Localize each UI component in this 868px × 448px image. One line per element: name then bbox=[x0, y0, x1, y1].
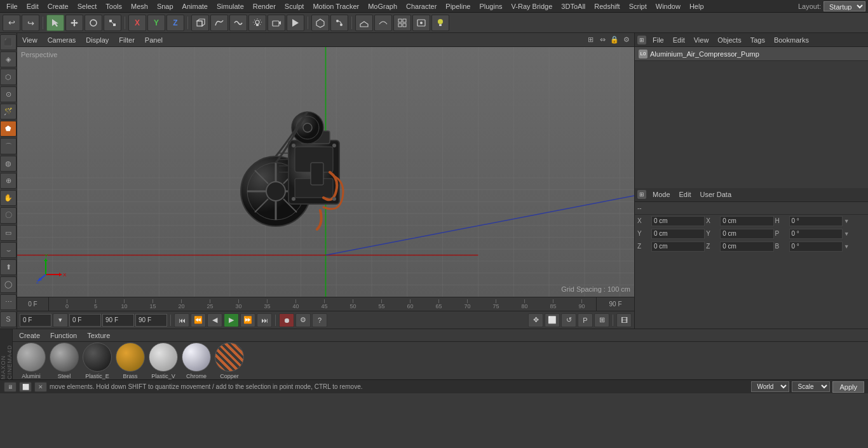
vp-icon-settings[interactable]: ⚙ bbox=[621, 35, 632, 45]
vp-cameras[interactable]: Cameras bbox=[45, 35, 79, 45]
coord-z2-field[interactable]: 0 cm bbox=[720, 241, 773, 252]
goto-start-button[interactable]: ⏮ bbox=[174, 313, 189, 327]
menu-help[interactable]: Help bbox=[686, 1, 708, 11]
tool-point[interactable]: ⊙ bbox=[0, 86, 17, 102]
vp-view[interactable]: View bbox=[20, 35, 40, 45]
tool-grab[interactable]: ✋ bbox=[0, 190, 17, 206]
material-chrome[interactable]: Chrome bbox=[182, 343, 211, 379]
vp-icon-arrows[interactable]: ⇔ bbox=[597, 35, 607, 45]
tool-stitch[interactable]: ⋯ bbox=[0, 294, 17, 310]
material-plastic-e[interactable]: Plastic_E bbox=[83, 343, 112, 379]
pb-grid-tool[interactable]: ⊞ bbox=[594, 313, 609, 327]
axis-x-button[interactable]: X bbox=[128, 15, 146, 31]
coord-b-field[interactable]: 0 ° bbox=[789, 241, 843, 252]
coord-y1-field[interactable]: 0 cm bbox=[651, 229, 705, 239]
current-frame-field[interactable]: 0 F bbox=[69, 314, 101, 327]
menu-3dtoall[interactable]: 3DToAll bbox=[557, 1, 589, 11]
playback-frame-down[interactable]: ▾ bbox=[53, 313, 68, 327]
coord-z1-field[interactable]: 0 cm bbox=[651, 241, 705, 252]
material-steel[interactable]: Steel bbox=[50, 343, 79, 379]
3d-viewport[interactable]: Perspective Grid Spacing : 100 cm X Y Z bbox=[17, 47, 634, 297]
scale-dropdown[interactable]: Scale bbox=[792, 381, 830, 392]
menu-sculpt[interactable]: Sculpt bbox=[281, 1, 308, 11]
menu-pipeline[interactable]: Pipeline bbox=[442, 1, 474, 11]
vp-display[interactable]: Display bbox=[83, 35, 111, 45]
menu-create[interactable]: Create bbox=[44, 1, 72, 11]
world-dropdown[interactable]: World bbox=[751, 381, 789, 392]
camera-button[interactable] bbox=[268, 15, 285, 31]
material-copper[interactable]: Copper bbox=[215, 343, 244, 379]
om-tags-menu[interactable]: Tags bbox=[748, 35, 768, 45]
om-objects-menu[interactable]: Objects bbox=[715, 35, 743, 45]
apply-button[interactable]: Apply bbox=[832, 381, 864, 393]
start-frame-field[interactable]: 0 F bbox=[20, 314, 51, 327]
menu-file[interactable]: File bbox=[3, 1, 22, 11]
material-plastic-v[interactable]: Plastic_V bbox=[149, 343, 178, 379]
object-list-row[interactable]: L0 Aluminium_Air_Compressor_Pump bbox=[635, 47, 868, 61]
pb-film-strip[interactable]: 🎞 bbox=[616, 313, 632, 327]
cube-button[interactable] bbox=[191, 15, 209, 31]
attr-user-data-menu[interactable]: User Data bbox=[698, 189, 735, 200]
polygon-button[interactable] bbox=[311, 15, 329, 31]
tool-brush[interactable]: ⊕ bbox=[0, 173, 17, 189]
rotate-button[interactable] bbox=[85, 15, 102, 31]
play-back-button[interactable]: ◀ bbox=[207, 313, 222, 327]
vp-icon-lock[interactable]: 🔒 bbox=[609, 35, 620, 45]
pb-move-tool[interactable]: ✥ bbox=[528, 313, 543, 327]
tool-spline2[interactable]: S bbox=[0, 311, 17, 327]
menu-redshift[interactable]: Redshift bbox=[590, 1, 623, 11]
status-icon-2[interactable]: ⬜ bbox=[19, 382, 32, 392]
nurbs-button[interactable] bbox=[210, 15, 228, 31]
om-edit-menu[interactable]: Edit bbox=[670, 35, 688, 45]
menu-plugins[interactable]: Plugins bbox=[475, 1, 506, 11]
tool-sculpt[interactable]: 🪄 bbox=[0, 104, 17, 119]
pb-scale-tool[interactable]: ⬜ bbox=[545, 313, 560, 327]
goto-end-button[interactable]: ⏭ bbox=[257, 313, 272, 327]
redo-button[interactable]: ↩ bbox=[22, 15, 39, 31]
menu-window[interactable]: Window bbox=[652, 1, 684, 11]
menu-tools[interactable]: Tools bbox=[102, 1, 126, 11]
menu-mesh[interactable]: Mesh bbox=[127, 1, 152, 11]
material-aluminium[interactable]: Alumini bbox=[17, 343, 46, 379]
select-mode-button[interactable] bbox=[46, 15, 64, 31]
mat-create-menu[interactable]: Create bbox=[17, 330, 43, 341]
om-bookmarks-menu[interactable]: Bookmarks bbox=[771, 35, 811, 45]
status-icon-3[interactable]: ✕ bbox=[34, 382, 47, 392]
menu-vray[interactable]: V-Ray Bridge bbox=[508, 1, 557, 11]
layout-dropdown[interactable]: Startup bbox=[824, 1, 865, 11]
axis-y-button[interactable]: Y bbox=[147, 15, 165, 31]
vp-filter[interactable]: Filter bbox=[116, 35, 137, 45]
auto-keyframe[interactable]: ⚙ bbox=[295, 313, 311, 327]
menu-animate[interactable]: Animate bbox=[179, 1, 212, 11]
tool-flatten[interactable]: ▭ bbox=[0, 225, 17, 241]
menu-script[interactable]: Script bbox=[625, 1, 651, 11]
tool-select[interactable]: ⬛ bbox=[0, 34, 17, 50]
coord-x2-field[interactable]: 0 cm bbox=[720, 216, 773, 226]
menu-character[interactable]: Character bbox=[402, 1, 440, 11]
undo-button[interactable]: ↩ bbox=[3, 15, 20, 31]
step-back-button[interactable]: ⏪ bbox=[191, 313, 206, 327]
grid-button[interactable] bbox=[393, 15, 411, 31]
step-forward-button[interactable]: ⏩ bbox=[240, 313, 255, 327]
menu-simulate[interactable]: Simulate bbox=[213, 1, 248, 11]
tool-smooth[interactable]: 〇 bbox=[0, 207, 17, 223]
vp-panel[interactable]: Panel bbox=[142, 35, 165, 45]
coord-h-field[interactable]: 0 ° bbox=[789, 216, 843, 226]
coord-p-field[interactable]: 0 ° bbox=[789, 229, 843, 239]
keyframe-button[interactable]: ? bbox=[312, 313, 327, 327]
move-button[interactable] bbox=[65, 15, 83, 31]
coord-x1-field[interactable]: 0 cm bbox=[651, 216, 705, 226]
tool-edge[interactable]: ⬡ bbox=[0, 69, 17, 85]
tool-knife[interactable]: ⌒ bbox=[0, 138, 17, 154]
timeline-ruler[interactable]: 0 5 10 15 20 25 30 35 40 45 50 55 60 65 … bbox=[49, 297, 596, 311]
light-button[interactable] bbox=[248, 15, 266, 31]
tool-extrude[interactable]: ⬆ bbox=[0, 259, 17, 275]
end-frame-field1[interactable]: 90 F bbox=[102, 314, 134, 327]
mat-function-menu[interactable]: Function bbox=[48, 330, 79, 341]
pb-rotate-tool[interactable]: ↺ bbox=[561, 313, 576, 327]
play-forward-button[interactable]: ▶ bbox=[224, 313, 239, 327]
deformer-button[interactable] bbox=[229, 15, 247, 31]
video-post-button[interactable] bbox=[412, 15, 430, 31]
tool-magnet[interactable]: ◍ bbox=[0, 156, 17, 172]
om-view-menu[interactable]: View bbox=[691, 35, 712, 45]
